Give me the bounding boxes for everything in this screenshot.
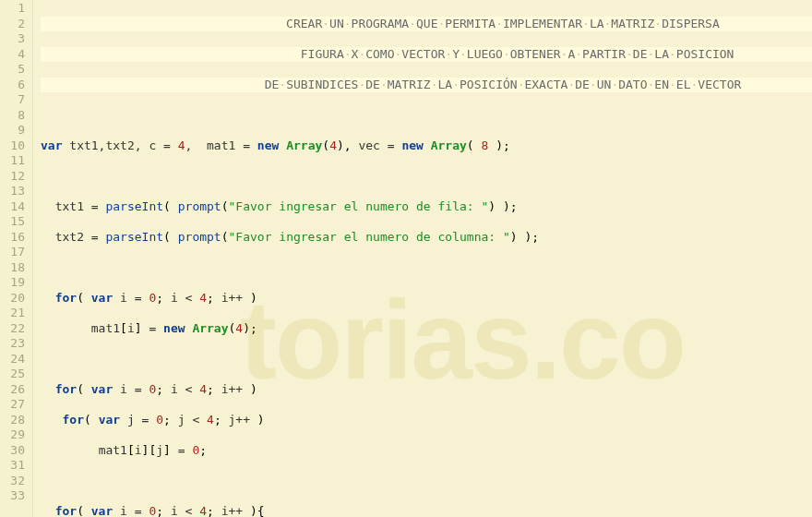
code-line: [41, 169, 812, 185]
code-line: for( var j = 0; j < 4; j++ ): [41, 413, 812, 428]
line-number: 24: [0, 352, 25, 367]
line-number: 17: [0, 245, 25, 260]
code-line: txt1 = parseInt( prompt("Favor ingresar …: [41, 199, 812, 215]
code-line: CREAR·UN·PROGRAMA·QUE·PERMITA·IMPLEMENTA…: [41, 17, 812, 32]
line-number: 21: [0, 306, 25, 321]
line-number: 32: [0, 474, 25, 489]
line-number: 28: [0, 413, 25, 428]
line-number: 15: [0, 214, 25, 230]
code-line: [41, 352, 812, 367]
code-line: [41, 108, 812, 124]
line-number: 20: [0, 291, 25, 307]
code-line: for( var i = 0; i < 4; i++ ): [41, 382, 812, 398]
line-number: 19: [0, 275, 25, 291]
line-number: 9: [0, 123, 25, 138]
code-editor: 1234567891011121314151617181920212223242…: [0, 0, 812, 517]
line-number: 1: [0, 1, 25, 17]
line-number: 25: [0, 367, 25, 382]
line-number: 3: [0, 31, 25, 47]
code-line: mat1[i][j] = 0;: [41, 443, 812, 459]
line-number: 10: [0, 138, 25, 154]
line-number: 7: [0, 92, 25, 108]
line-number: 8: [0, 108, 25, 124]
comment: CREAR·UN·PROGRAMA·QUE·PERMITA·IMPLEMENTA…: [286, 17, 720, 32]
code-line: mat1[i] = new Array(4);: [41, 321, 812, 337]
comment: DE·SUBINDICES·DE·MATRIZ·LA·POSICIÓN·EXAC…: [265, 78, 742, 93]
line-number: 33: [0, 488, 25, 504]
line-number: 6: [0, 78, 25, 93]
code-area[interactable]: CREAR·UN·PROGRAMA·QUE·PERMITA·IMPLEMENTA…: [33, 0, 812, 517]
code-line: txt2 = parseInt( prompt("Favor ingresar …: [41, 230, 812, 246]
line-number: 16: [0, 230, 25, 246]
line-number: 12: [0, 169, 25, 185]
code-line: DE·SUBINDICES·DE·MATRIZ·LA·POSICIÓN·EXAC…: [41, 78, 812, 93]
line-number: 26: [0, 382, 25, 398]
line-number: 11: [0, 153, 25, 169]
code-line: var txt1,txt2, c = 4, mat1 = new Array(4…: [41, 138, 812, 154]
line-number: 18: [0, 260, 25, 276]
code-line: for( var i = 0; i < 4; i++ ): [41, 291, 812, 307]
line-number: 4: [0, 47, 25, 63]
line-number: 29: [0, 427, 25, 443]
line-number: 13: [0, 184, 25, 199]
comment: FIGURA·X·COMO·VECTOR·Y·LUEGO·OBTENER·A·P…: [301, 47, 734, 63]
line-number: 14: [0, 199, 25, 215]
line-number: 30: [0, 443, 25, 459]
code-line: [41, 474, 812, 489]
line-gutter: 1234567891011121314151617181920212223242…: [0, 0, 33, 517]
code-line: FIGURA·X·COMO·VECTOR·Y·LUEGO·OBTENER·A·P…: [41, 47, 812, 63]
line-number: 22: [0, 321, 25, 337]
code-line: for( var i = 0; i < 4; i++ ){: [41, 504, 812, 518]
code-line: [41, 260, 812, 276]
line-number: 5: [0, 62, 25, 78]
line-number: 2: [0, 17, 25, 32]
line-number: 23: [0, 336, 25, 352]
line-number: 31: [0, 458, 25, 474]
line-number: 27: [0, 397, 25, 413]
